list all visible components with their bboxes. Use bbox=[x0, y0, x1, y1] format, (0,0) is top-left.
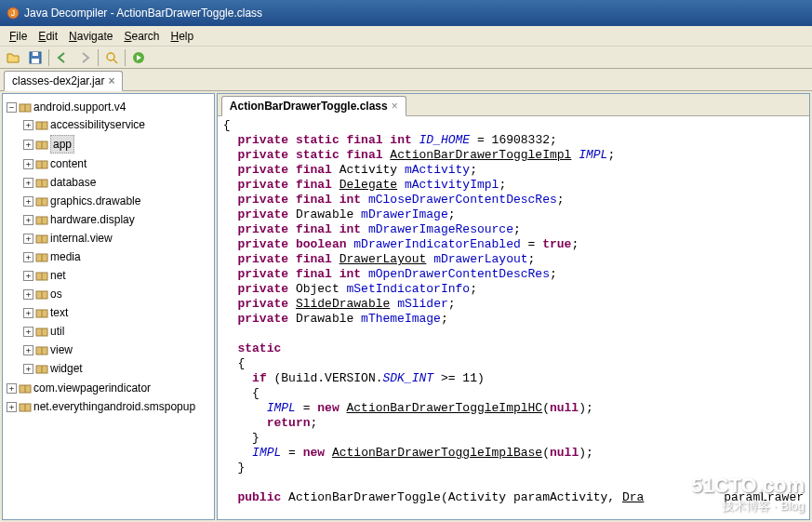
package-icon bbox=[35, 325, 48, 338]
package-icon bbox=[35, 306, 48, 319]
tree-item[interactable]: +text bbox=[7, 304, 210, 321]
save-button[interactable] bbox=[26, 48, 45, 67]
tree-item[interactable]: +net.everythingandroid.smspopup bbox=[7, 398, 210, 415]
toolbar-separator bbox=[98, 49, 99, 66]
source-code[interactable]: { private static final int ID_HOME = 169… bbox=[218, 116, 809, 519]
expand-icon[interactable]: + bbox=[23, 159, 33, 169]
tree-label: com.viewpagerindicator bbox=[33, 380, 151, 396]
package-icon bbox=[35, 269, 48, 282]
tree-label: internal.view bbox=[50, 230, 113, 247]
tree-label: text bbox=[50, 304, 68, 321]
package-icon bbox=[19, 381, 32, 395]
tree-item[interactable]: +internal.view bbox=[7, 230, 210, 247]
svg-line-6 bbox=[113, 60, 117, 63]
svg-rect-4 bbox=[32, 59, 39, 63]
menu-bar: File Edit Navigate Search Help bbox=[0, 26, 812, 47]
svg-point-5 bbox=[107, 53, 114, 60]
search-icon[interactable] bbox=[102, 48, 121, 67]
svg-text:J: J bbox=[11, 8, 16, 18]
expand-icon[interactable]: + bbox=[23, 289, 33, 300]
title-bar: J Java Decompiler - ActionBarDrawerToggl… bbox=[0, 0, 812, 26]
title-text: Java Decompiler - ActionBarDrawerToggle.… bbox=[24, 7, 262, 20]
tree-item[interactable]: +widget bbox=[7, 360, 210, 377]
tree-item[interactable]: +accessibilityservice bbox=[7, 116, 210, 133]
expand-icon[interactable]: + bbox=[23, 271, 33, 281]
package-icon bbox=[19, 100, 32, 114]
toolbar-separator bbox=[48, 49, 49, 66]
package-icon bbox=[35, 194, 48, 207]
tree-item[interactable]: +graphics.drawable bbox=[7, 193, 210, 209]
expand-icon[interactable]: + bbox=[23, 140, 33, 150]
project-tab-active[interactable]: classes-dex2jar.jar × bbox=[4, 71, 123, 91]
tree-label: content bbox=[50, 155, 87, 172]
package-icon bbox=[35, 362, 48, 375]
tree-label: graphics.drawable bbox=[50, 193, 140, 209]
expand-icon[interactable]: + bbox=[23, 178, 33, 188]
tree-label: util bbox=[50, 323, 64, 340]
tree-label: view bbox=[50, 341, 73, 358]
tree-item[interactable]: +database bbox=[7, 174, 210, 191]
tree-label: hardware.display bbox=[50, 211, 135, 228]
editor-tab-active[interactable]: ActionBarDrawerToggle.class × bbox=[221, 96, 406, 116]
package-icon bbox=[35, 138, 48, 151]
expand-icon[interactable]: + bbox=[23, 120, 33, 130]
tree-item[interactable]: +hardware.display bbox=[7, 211, 210, 228]
svg-rect-3 bbox=[33, 52, 38, 56]
tree-item[interactable]: +util bbox=[7, 323, 210, 340]
expand-icon[interactable]: + bbox=[23, 215, 33, 225]
tree-label: widget bbox=[50, 360, 83, 377]
tree-label: net.everythingandroid.smspopup bbox=[33, 398, 195, 415]
expand-icon[interactable]: + bbox=[23, 234, 33, 244]
package-icon bbox=[35, 176, 48, 189]
app-icon: J bbox=[6, 6, 20, 20]
tree-label: app bbox=[50, 135, 74, 154]
tab-label: ActionBarDrawerToggle.class bbox=[230, 100, 388, 113]
editor: ActionBarDrawerToggle.class × { private … bbox=[217, 93, 810, 520]
close-icon[interactable]: × bbox=[392, 100, 398, 113]
close-icon[interactable]: × bbox=[108, 74, 114, 87]
expand-icon[interactable]: + bbox=[23, 327, 33, 337]
menu-edit[interactable]: Edit bbox=[33, 28, 63, 45]
expand-icon[interactable]: + bbox=[23, 252, 33, 262]
tree-label: accessibilityservice bbox=[50, 116, 145, 133]
tab-label: classes-dex2jar.jar bbox=[12, 74, 104, 87]
menu-navigate[interactable]: Navigate bbox=[63, 28, 118, 45]
package-icon bbox=[19, 400, 32, 413]
tree-label: media bbox=[50, 248, 81, 265]
tree-label: os bbox=[50, 286, 62, 302]
tree-item[interactable]: +app bbox=[7, 135, 210, 154]
expand-icon[interactable]: + bbox=[7, 402, 17, 412]
expand-icon[interactable]: + bbox=[23, 308, 33, 318]
project-tabs: classes-dex2jar.jar × bbox=[0, 69, 812, 91]
tree-item[interactable]: +media bbox=[7, 248, 210, 265]
package-icon bbox=[35, 118, 48, 131]
run-button[interactable] bbox=[129, 48, 148, 67]
tree-item[interactable]: +net bbox=[7, 267, 210, 284]
package-icon bbox=[35, 250, 48, 263]
open-file-button[interactable] bbox=[4, 48, 22, 67]
expand-icon[interactable]: + bbox=[23, 364, 33, 374]
nav-back-button[interactable] bbox=[53, 48, 72, 67]
package-tree[interactable]: − android.support.v4 +accessibilityservi… bbox=[2, 93, 215, 520]
expand-icon[interactable]: + bbox=[7, 383, 17, 394]
nav-forward-button[interactable] bbox=[75, 48, 94, 67]
tree-label: android.support.v4 bbox=[33, 99, 126, 115]
menu-search[interactable]: Search bbox=[118, 28, 165, 45]
tree-item[interactable]: +com.viewpagerindicator bbox=[7, 380, 210, 396]
menu-help[interactable]: Help bbox=[165, 28, 199, 45]
tree-item[interactable]: +os bbox=[7, 286, 210, 302]
tree-label: net bbox=[50, 267, 66, 284]
package-icon bbox=[35, 157, 48, 170]
tree-item[interactable]: +content bbox=[7, 155, 210, 172]
package-icon bbox=[35, 213, 48, 226]
package-icon bbox=[35, 343, 48, 356]
tree-item[interactable]: +view bbox=[7, 341, 210, 358]
tree-root[interactable]: − android.support.v4 bbox=[7, 99, 210, 115]
expand-icon[interactable]: + bbox=[23, 345, 33, 355]
expand-icon[interactable]: + bbox=[23, 196, 33, 207]
collapse-icon[interactable]: − bbox=[7, 102, 17, 113]
package-icon bbox=[35, 232, 48, 245]
toolbar-separator bbox=[125, 49, 126, 66]
editor-tabs: ActionBarDrawerToggle.class × bbox=[218, 94, 809, 116]
menu-file[interactable]: File bbox=[4, 28, 33, 45]
